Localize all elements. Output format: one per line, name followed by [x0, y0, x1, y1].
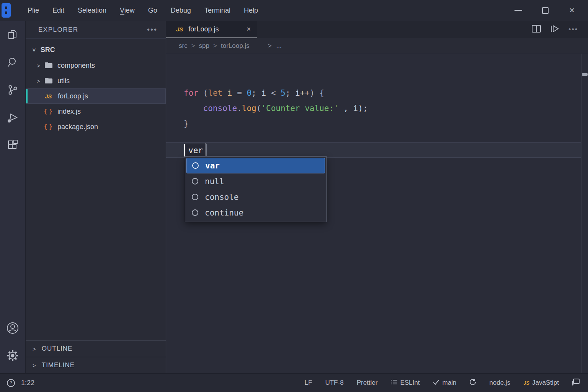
app-logo-icon[interactable] — [2, 3, 11, 18]
status-item-label: ESLInt — [400, 379, 420, 387]
status-item-label: main — [442, 379, 456, 387]
settings-icon[interactable] — [0, 342, 26, 369]
code-line: for (let i = 0; i < 5; i++) { — [184, 85, 368, 101]
file-row[interactable]: > utiis — [26, 73, 166, 88]
menu-item[interactable]: Terminal — [204, 7, 230, 15]
status-bar: ? 1:22 JS LF JS UTF-8 — [0, 373, 588, 392]
file-label: forLoop.js — [58, 92, 88, 100]
suggestion-item[interactable]: var — [186, 158, 325, 173]
code-line: console.log('Counter value:' , i); — [184, 101, 368, 116]
file-row[interactable]: { } package.json — [26, 119, 166, 134]
js-icon: JS — [176, 26, 183, 33]
editor-actions: ••• — [532, 25, 588, 34]
source-control-icon[interactable] — [0, 76, 26, 104]
suggestion-label: console — [205, 193, 239, 202]
brace-icon: { } — [44, 108, 57, 115]
section-label: TIMELINE — [42, 361, 75, 369]
list-icon — [390, 379, 397, 387]
current-line-highlight: ver — [166, 142, 581, 158]
code-content[interactable]: for (let i = 0; i < 5; i++) { console.lo… — [184, 85, 368, 131]
breadcrumb: src>spp>torLoop.js > ... — [166, 38, 588, 54]
extensions-icon[interactable] — [0, 131, 26, 159]
check-icon — [433, 379, 439, 387]
feedback-icon — [572, 379, 580, 387]
files-icon[interactable] — [0, 21, 26, 49]
split-editor-icon[interactable] — [532, 25, 541, 34]
breadcrumb-item[interactable]: src — [179, 42, 188, 49]
minimize-icon — [514, 10, 522, 11]
suggestion-item[interactable]: console — [186, 189, 325, 205]
window-controls: × — [514, 6, 588, 15]
status-item[interactable]: JS LF — [305, 379, 312, 387]
status-item[interactable]: JS — [469, 379, 476, 387]
menu-bar: PlieEditSeleationViewGoDebugTerminalHelp — [28, 7, 258, 15]
minimize-button[interactable] — [514, 6, 523, 15]
suggestion-kind-icon — [192, 194, 198, 200]
breadcrumb-item[interactable]: spp — [199, 42, 209, 49]
more-icon[interactable]: ••• — [568, 26, 578, 34]
suggestion-kind-icon — [192, 209, 198, 216]
autocomplete-popup: var null console continue — [185, 156, 327, 222]
scrollbar-thumb[interactable] — [582, 73, 588, 76]
sidebar-sections: > OUTLINE > TIMELINE — [26, 340, 166, 373]
status-item-label: UTF-8 — [325, 379, 343, 387]
js-badge-icon: JS — [523, 380, 529, 386]
status-item[interactable]: JS main — [433, 379, 456, 387]
section-label: OUTLINE — [42, 345, 73, 353]
status-item-label: JavaStipt — [532, 379, 559, 387]
typed-word[interactable]: ver — [184, 144, 207, 157]
status-item-label: Prettier — [357, 379, 378, 387]
file-row[interactable]: > components — [26, 58, 166, 73]
file-label: components — [57, 62, 95, 70]
tree-root-src[interactable]: > SRC — [26, 42, 166, 58]
suggestion-kind-icon — [192, 162, 199, 169]
tab-close-icon[interactable]: × — [247, 25, 251, 33]
menu-item[interactable]: Edit — [52, 7, 64, 15]
status-item[interactable]: JS node.js — [489, 379, 510, 387]
menu-item[interactable]: Go — [148, 7, 157, 15]
breadcrumb-item[interactable]: torLoop.js — [221, 42, 250, 49]
close-button[interactable]: × — [567, 6, 577, 15]
file-row[interactable]: { } index.js — [26, 104, 166, 119]
code-line: } — [184, 116, 368, 131]
suggestion-label: var — [205, 161, 220, 170]
suggestion-item[interactable]: continue — [186, 205, 325, 220]
status-item-label: LF — [305, 379, 312, 387]
suggestion-item[interactable]: null — [186, 173, 325, 189]
root-label: SRC — [41, 46, 55, 54]
file-label: package.json — [57, 123, 98, 131]
run-debug-icon[interactable] — [0, 104, 26, 131]
close-icon: × — [569, 6, 575, 15]
menu-item[interactable]: View — [120, 7, 135, 15]
run-icon[interactable] — [550, 25, 559, 34]
status-item[interactable]: JS ESLInt — [390, 379, 420, 387]
menu-item[interactable]: Plie — [28, 7, 39, 15]
status-item[interactable]: JS Prettier — [357, 379, 378, 387]
breadcrumb-ellipsis[interactable]: ... — [276, 42, 282, 50]
breadcrumb-separator: > — [191, 42, 195, 49]
maximize-icon — [542, 7, 549, 14]
status-item[interactable]: JS UTF-8 — [325, 379, 343, 387]
breadcrumb-separator: > — [213, 42, 217, 49]
menu-item[interactable]: Seleation — [78, 7, 106, 15]
text-cursor — [206, 143, 206, 157]
menu-item[interactable]: Debug — [171, 7, 191, 15]
info-icon[interactable]: ? — [7, 379, 15, 387]
js-icon: JS — [45, 93, 58, 100]
tab-forloop[interactable]: JS forLoop.js × — [166, 21, 257, 38]
maximize-button[interactable] — [541, 6, 550, 15]
cursor-position[interactable]: 1:22 — [21, 379, 34, 387]
explorer-title: EXPLORER — [38, 26, 78, 34]
search-icon[interactable] — [0, 49, 26, 76]
explorer-header: EXPLORER ••• — [26, 21, 166, 39]
sidebar-section[interactable]: > OUTLINE — [26, 340, 166, 357]
folder-icon — [44, 77, 57, 84]
file-row[interactable]: JS forLoop.js — [26, 88, 166, 104]
more-actions-icon[interactable]: ••• — [147, 25, 157, 34]
account-icon[interactable] — [0, 314, 26, 342]
sidebar-section[interactable]: > TIMELINE — [26, 357, 166, 373]
status-item[interactable]: JS — [572, 379, 580, 387]
menu-item[interactable]: Help — [244, 7, 258, 15]
status-item[interactable]: JS JavaStipt — [523, 379, 559, 387]
suggestion-label: null — [205, 177, 224, 186]
